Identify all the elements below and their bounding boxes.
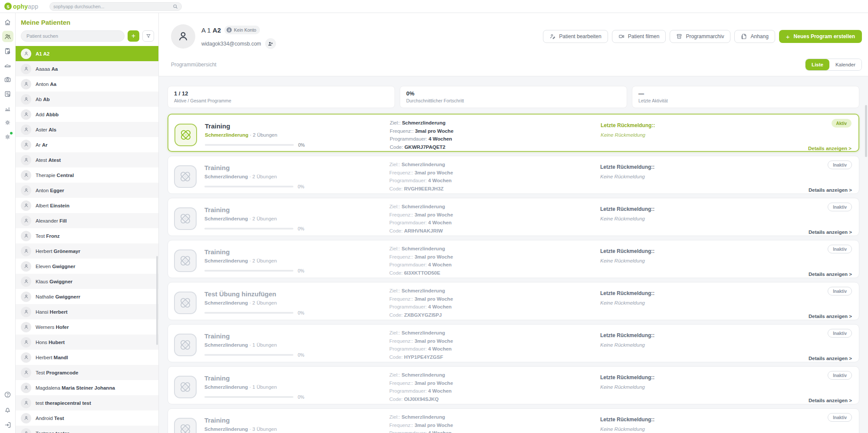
details-link[interactable]: Details anzeigen > [809,272,852,277]
program-detail-row: Programmdauer: 4 Wochen [389,261,593,269]
patient-list-item[interactable]: Hons Hubert [16,335,158,350]
patient-list-item[interactable]: Test Fronz [16,228,158,243]
rail-report-icon[interactable] [2,88,13,99]
rail-statistics-icon[interactable] [2,102,13,114]
details-link[interactable]: Details anzeigen > [808,146,852,151]
program-status-badge: Inaktiv [828,371,852,380]
program-card[interactable]: TrainingSchmerzlinderung · 2 Übungen0%Zi… [168,198,859,236]
rail-help-icon[interactable] [2,389,13,400]
patient-name-label: Alexander Fill [36,218,67,223]
patient-list-item[interactable]: A1 A2 [16,46,158,61]
patient-list-item[interactable]: Test Programcode [16,365,158,380]
edit-patient-button[interactable]: Patient bearbeiten [543,30,608,43]
patient-list-item[interactable]: Aster Als [16,122,158,137]
patient-list-item[interactable]: Herbert Grönemayr [16,243,158,259]
app-logo[interactable]: s ophyapp [4,3,46,10]
film-patient-button[interactable]: Patient filmen [612,30,666,43]
global-search-input[interactable] [53,4,173,9]
person-plus-icon [267,41,273,47]
rail-prescription-icon[interactable] [2,45,13,56]
patient-avatar-icon [21,79,31,89]
patient-list-item[interactable]: Ar Ar [16,137,158,152]
patient-list-item[interactable]: Android Test [16,410,158,426]
rail-camera-icon[interactable] [2,74,13,85]
create-program-button[interactable]: + Neues Program erstellen [779,30,862,43]
no-feedback-text: Keine Rückmeldung [600,174,771,179]
rail-shoe-icon[interactable] [2,59,13,71]
rail-settings-alert-icon[interactable] [2,131,13,142]
details-link[interactable]: Details anzeigen > [809,230,852,235]
patient-name-label: Aster Als [36,127,56,132]
program-archive-button[interactable]: Programmarchiv [670,30,730,43]
patient-email: widagok334@comsb.com [201,41,261,47]
logo-mark-icon: s [4,3,12,10]
search-icon[interactable] [173,4,178,9]
program-right-column: InaktivDetails anzeigen > [778,371,852,403]
details-link[interactable]: Details anzeigen > [809,314,852,319]
invite-patient-button[interactable] [265,38,276,49]
patient-list-item[interactable]: Anton Egger [16,183,158,198]
program-card[interactable]: TrainingSchmerzlinderung · 2 Übungen0%Zi… [168,240,859,278]
patient-search-input[interactable] [21,30,125,42]
program-detail-row: Programmdauer: 4 Wochen [389,219,593,227]
rail-notifications-icon[interactable] [2,404,13,415]
patient-list-item[interactable]: test therapiecentral test [16,395,158,410]
rail-patients-icon[interactable] [2,31,13,42]
view-toggle-list[interactable]: Liste [806,59,829,70]
program-detail-row: Code: HYP1PE4YZGSF [389,353,593,361]
patient-avatar-icon [21,185,31,196]
program-title-column: Test Übung hinzufügenSchmerzlinderung · … [204,290,382,315]
rail-settings-icon[interactable] [2,117,13,128]
rail-logout-icon[interactable] [2,419,13,430]
patient-list-item[interactable]: Alexander Fill [16,213,158,228]
program-detail-row: Programmdauer: 4 Wochen [389,303,593,311]
program-card[interactable]: TrainingSchmerzlinderung · 1 Übungen0%Zi… [168,324,859,362]
view-toggle-calendar[interactable]: Kalender [829,59,861,70]
patient-name-label: Test Fronz [36,233,60,239]
details-link[interactable]: Details anzeigen > [809,356,852,361]
patient-name-label: Klaus Gwiggner [36,279,72,284]
patient-list-item[interactable]: Werners Hofer [16,319,158,335]
attachment-button[interactable]: Anhang [734,30,775,43]
program-bandaid-icon [174,334,197,356]
program-card[interactable]: TrainingSchmerzlinderung · 2 Übungen0%Zi… [168,114,859,152]
program-card[interactable]: TrainingSchmerzlinderung · 1 Übungen0%Zi… [168,366,859,404]
program-detail-row: Frequenz:: 3mal pro Woche [389,211,593,219]
program-detail-row: Ziel:: Schmerzlinderung [389,161,593,169]
patient-list-item[interactable]: Ab Ab [16,92,158,107]
patient-list-item[interactable]: Atest Atest [16,152,158,167]
program-right-column: InaktivDetails anzeigen > [778,245,852,277]
program-status-badge: Inaktiv [828,161,852,169]
patient-list-item[interactable]: Magdalena Maria Steiner Johanna [16,380,158,395]
add-patient-button[interactable]: + [128,30,139,42]
patient-list-item[interactable]: Testmas tester [16,426,158,433]
program-card[interactable]: TrainingSchmerzlinderung · 2 Übungen0%Zi… [168,156,859,194]
main-scrollbar[interactable] [865,105,867,157]
rail-home-icon[interactable] [2,16,13,28]
patient-list-item[interactable]: Albert Einstein [16,198,158,213]
program-detail-row: Code: OIJ0IX94SJKQ [389,395,593,403]
program-card[interactable]: TrainingSchmerzlinderung · 3 Übungen0%Zi… [168,408,859,433]
patient-list-item[interactable]: Anton Aa [16,76,158,92]
patient-list-item[interactable]: Nathalie Gwiggnerr [16,289,158,304]
program-title: Training [204,417,382,424]
patient-list-item[interactable]: Therapie Central [16,167,158,183]
program-detail-row: Code: ARIHVNAKJRIW [389,227,593,235]
program-bandaid-icon [174,124,197,146]
program-board: 1 / 12 Aktive / Gesamt Programme 0% Durc… [159,76,868,433]
patient-list-item[interactable]: Aaaaa Aa [16,61,158,76]
program-detail-row: Ziel:: Schmerzlinderung [389,329,593,337]
patient-list-item[interactable]: Eleven Gwiggner [16,259,158,274]
patient-list-item[interactable]: Herbert Mandl [16,350,158,365]
patient-list-item[interactable]: Hansi Herbert [16,304,158,319]
patient-list-scrollbar[interactable] [156,256,158,345]
filter-patients-button[interactable] [142,30,154,42]
patient-list-item[interactable]: Add Abbb [16,107,158,122]
program-card[interactable]: Test Übung hinzufügenSchmerzlinderung · … [168,282,859,320]
program-title: Training [204,332,382,340]
details-link[interactable]: Details anzeigen > [809,187,852,193]
program-title: Training [204,206,382,213]
details-link[interactable]: Details anzeigen > [809,398,852,403]
program-subtitle: Schmerzlinderung · 2 Übungen [204,174,382,179]
patient-list-item[interactable]: Klaus Gwiggner [16,274,158,289]
